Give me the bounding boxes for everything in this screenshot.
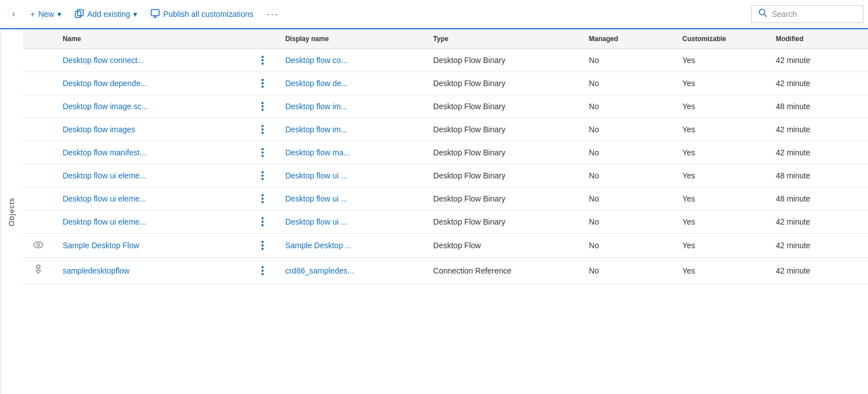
- row-context-menu[interactable]: [248, 187, 277, 211]
- context-menu-button[interactable]: [251, 148, 274, 157]
- row-managed: No: [580, 95, 673, 118]
- row-customizable: Yes: [673, 258, 767, 284]
- row-display-name: Sample Desktop ...: [276, 234, 424, 258]
- row-context-menu[interactable]: [248, 141, 277, 164]
- new-dropdown-icon: ▾: [57, 10, 61, 19]
- svg-rect-1: [78, 10, 83, 16]
- col-display-header: Display name: [276, 29, 424, 49]
- row-managed: No: [580, 164, 673, 187]
- row-name[interactable]: Desktop flow manifest...: [53, 141, 248, 164]
- row-type: Desktop Flow Binary: [424, 72, 580, 95]
- col-type-header: Type: [424, 29, 580, 49]
- objects-table: Name Display name Type Managed Customiza…: [22, 29, 868, 284]
- row-managed: No: [580, 49, 673, 72]
- search-placeholder: Search: [772, 10, 797, 19]
- context-menu-button[interactable]: [251, 102, 274, 111]
- table-header: Name Display name Type Managed Customiza…: [22, 29, 868, 49]
- row-name[interactable]: Desktop flow ui eleme...: [53, 164, 248, 187]
- table-row[interactable]: Sample Desktop FlowSample Desktop ...Des…: [22, 234, 868, 258]
- table-row[interactable]: Desktop flow ui eleme...Desktop flow ui …: [22, 187, 868, 211]
- add-existing-icon: [75, 9, 84, 20]
- context-menu-button[interactable]: [251, 194, 274, 203]
- row-managed: No: [580, 211, 673, 234]
- new-plus-icon: +: [30, 10, 35, 19]
- row-display-name: Desktop flow ui ...: [276, 187, 424, 211]
- more-icon: ···: [267, 8, 279, 20]
- context-menu-button[interactable]: [251, 266, 274, 275]
- row-name[interactable]: Sample Desktop Flow: [53, 234, 248, 258]
- row-name[interactable]: Desktop flow ui eleme...: [53, 211, 248, 234]
- search-box[interactable]: Search: [751, 5, 864, 23]
- context-menu-button[interactable]: [251, 79, 274, 88]
- context-menu-button[interactable]: [251, 217, 274, 226]
- row-name[interactable]: Desktop flow image sc...: [53, 95, 248, 118]
- row-icon-cell: [22, 72, 53, 95]
- add-existing-dropdown-icon: ▾: [133, 10, 137, 19]
- table-row[interactable]: Desktop flow manifest...Desktop flow ma.…: [22, 141, 868, 164]
- svg-point-3: [760, 10, 765, 15]
- row-name[interactable]: Desktop flow ui eleme...: [53, 187, 248, 211]
- row-context-menu[interactable]: [248, 211, 277, 234]
- row-managed: No: [580, 258, 673, 284]
- row-modified: 42 minute: [767, 141, 868, 164]
- table-row[interactable]: Desktop flow ui eleme...Desktop flow ui …: [22, 164, 868, 187]
- row-icon-cell: [22, 258, 53, 284]
- table-row[interactable]: Desktop flow imagesDesktop flow im...Des…: [22, 118, 868, 141]
- table-row[interactable]: Desktop flow connect...Desktop flow co..…: [22, 49, 868, 72]
- main-layout: Objects Name Display name Type Managed C…: [0, 29, 868, 394]
- row-context-menu[interactable]: [248, 164, 277, 187]
- new-button[interactable]: + New ▾: [25, 6, 67, 22]
- row-icon-cell: [22, 49, 53, 72]
- svg-rect-7: [37, 265, 40, 268]
- context-menu-button[interactable]: [251, 241, 274, 250]
- row-name[interactable]: Desktop flow images: [53, 118, 248, 141]
- sidebar-toggle[interactable]: ›: [4, 5, 22, 23]
- new-label: New: [38, 10, 54, 19]
- row-display-name: Desktop flow ma...: [276, 141, 424, 164]
- top-bar: › + New ▾ Add existing ▾ Publish all cus…: [0, 0, 868, 29]
- row-modified: 42 minute: [767, 118, 868, 141]
- row-name[interactable]: Desktop flow depende...: [53, 72, 248, 95]
- svg-point-5: [34, 242, 43, 248]
- publish-label: Publish all customizations: [163, 10, 253, 19]
- context-menu-button[interactable]: [251, 171, 274, 180]
- add-existing-button[interactable]: Add existing ▾: [69, 6, 143, 23]
- table-row[interactable]: sampledesktopflowcrd86_sampledes...Conne…: [22, 258, 868, 284]
- row-icon-cell: [22, 234, 53, 258]
- row-name[interactable]: sampledesktopflow: [53, 258, 248, 284]
- row-icon-cell: [22, 211, 53, 234]
- row-context-menu[interactable]: [248, 118, 277, 141]
- col-menu-header: [248, 29, 277, 49]
- row-modified: 48 minute: [767, 164, 868, 187]
- row-type: Desktop Flow Binary: [424, 164, 580, 187]
- row-managed: No: [580, 234, 673, 258]
- context-menu-button[interactable]: [251, 125, 274, 134]
- expand-icon: ›: [12, 9, 15, 19]
- svg-rect-2: [151, 10, 159, 16]
- table-row[interactable]: Desktop flow depende...Desktop flow de..…: [22, 72, 868, 95]
- row-customizable: Yes: [673, 49, 767, 72]
- row-context-menu[interactable]: [248, 72, 277, 95]
- svg-line-4: [765, 15, 767, 17]
- context-menu-button[interactable]: [251, 56, 274, 65]
- row-context-menu[interactable]: [248, 49, 277, 72]
- more-options-button[interactable]: ···: [261, 5, 284, 24]
- row-modified: 42 minute: [767, 49, 868, 72]
- row-icon-cell: [22, 118, 53, 141]
- toolbar-left: › + New ▾ Add existing ▾ Publish all cus…: [4, 5, 749, 24]
- col-name-header: Name: [53, 29, 248, 49]
- row-context-menu[interactable]: [248, 95, 277, 118]
- row-context-menu[interactable]: [248, 258, 277, 284]
- row-modified: 42 minute: [767, 258, 868, 284]
- row-context-menu[interactable]: [248, 234, 277, 258]
- sidebar[interactable]: Objects: [0, 29, 22, 394]
- row-modified: 42 minute: [767, 211, 868, 234]
- row-customizable: Yes: [673, 118, 767, 141]
- row-icon-cell: [22, 95, 53, 118]
- table-row[interactable]: Desktop flow ui eleme...Desktop flow ui …: [22, 211, 868, 234]
- publish-button[interactable]: Publish all customizations: [145, 6, 259, 23]
- add-existing-label: Add existing: [87, 10, 130, 19]
- row-name[interactable]: Desktop flow connect...: [53, 49, 248, 72]
- table-row[interactable]: Desktop flow image sc...Desktop flow im.…: [22, 95, 868, 118]
- col-modified-header: Modified: [767, 29, 868, 49]
